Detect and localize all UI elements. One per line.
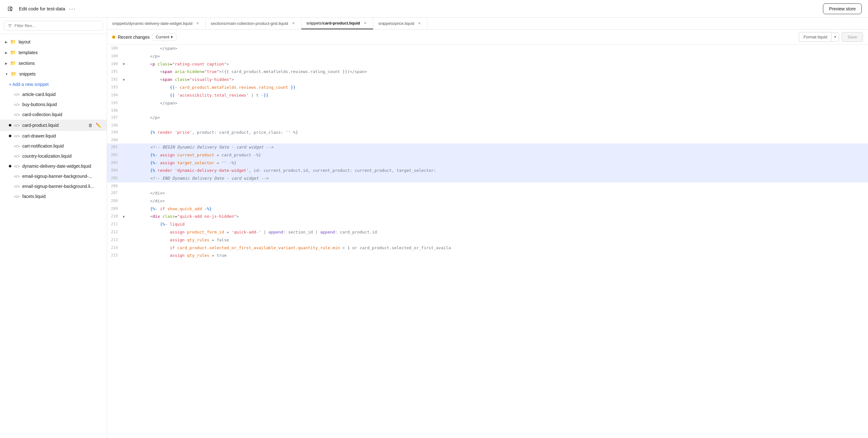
sidebar-item-email-signup-2[interactable]: </> email-signup-banner-background.li...	[0, 181, 107, 191]
code-line: 190▼ <p class="rating-count caption">	[107, 60, 868, 68]
sidebar-item-card-product[interactable]: </> card-product.liquid 🗑 ✏️	[0, 120, 107, 131]
line-number: 210	[107, 213, 123, 221]
line-number: 197	[107, 114, 123, 122]
back-button[interactable]	[6, 4, 15, 13]
line-number: 205	[107, 175, 123, 182]
snippet-label: country-localization.liquid	[22, 154, 71, 159]
tab-card-product[interactable]: snippets/card-product.liquid ✕	[301, 18, 374, 29]
line-arrow	[123, 244, 128, 252]
line-content: assign product_form_id = 'quick-add-' | …	[128, 229, 868, 236]
line-content: {{- card_product.metafields.reviews.rati…	[128, 84, 868, 92]
code-line: 210▼ <div class="quick-add no-js-hidden"…	[107, 213, 868, 221]
line-number: 194	[107, 92, 123, 99]
tab-close-button[interactable]: ✕	[417, 21, 422, 26]
tab-close-button[interactable]: ✕	[195, 21, 200, 26]
tab-price[interactable]: snippets/price.liquid ✕	[373, 18, 427, 29]
sidebar-item-article-card[interactable]: </> article-card.liquid	[0, 89, 107, 99]
code-line: 214 if card_product.selected_or_first_av…	[107, 244, 868, 252]
line-content: {%- liquid	[128, 221, 868, 229]
tab-dynamic-delivery[interactable]: snippets/dynamic-delivery-date-widget.li…	[107, 18, 206, 29]
line-number: 193	[107, 84, 123, 92]
code-line: 200	[107, 137, 868, 143]
line-arrow: ▼	[123, 213, 128, 221]
current-version-select[interactable]: Current ▾	[152, 33, 176, 41]
line-arrow: ▼	[123, 76, 128, 84]
line-content: {% render 'dynamic-delivery-date-widget'…	[128, 167, 868, 175]
tab-close-button[interactable]: ✕	[291, 21, 296, 26]
filter-input-container[interactable]	[4, 21, 103, 31]
code-line: 211 {%- liquid	[107, 221, 868, 229]
sidebar-item-cart-notification[interactable]: </> cart-notification.liquid	[0, 141, 107, 151]
line-arrow	[123, 99, 128, 107]
line-arrow	[123, 137, 128, 143]
line-arrow	[123, 107, 128, 114]
code-line: 207 </div>	[107, 190, 868, 197]
code-editor[interactable]: 188 </span>189 </p>190▼ <p class="rating…	[107, 45, 868, 438]
code-line: 188 </span>	[107, 45, 868, 53]
code-line: 208 </div>	[107, 197, 868, 205]
code-line: 213 assign qty_rules = false	[107, 236, 868, 244]
modified-dot	[9, 165, 11, 167]
chevron-right-icon: ▶	[5, 62, 7, 65]
sidebar-item-card-collection[interactable]: </> card-collection.liquid	[0, 109, 107, 120]
line-arrow	[123, 252, 128, 260]
snippet-label: card-collection.liquid	[22, 112, 62, 117]
line-content: if card_product.selected_or_first_availa…	[128, 244, 868, 252]
add-snippet-label: + Add a new snippet	[9, 82, 49, 87]
sidebar-item-cart-drawer[interactable]: </> cart-drawer.liquid	[0, 131, 107, 141]
line-arrow	[123, 221, 128, 229]
sidebar-filter-area	[0, 18, 107, 34]
line-arrow	[123, 197, 128, 205]
code-line: 195 </span>	[107, 99, 868, 107]
line-content: <span class="visually-hidden">	[128, 76, 868, 84]
line-number: 202	[107, 151, 123, 159]
line-content: </div>	[128, 190, 868, 197]
sidebar-item-country-localization[interactable]: </> country-localization.liquid	[0, 151, 107, 161]
edit-button[interactable]: ✏️	[95, 122, 102, 128]
more-options-button[interactable]: ···	[69, 5, 76, 12]
sidebar-item-buy-buttons[interactable]: </> buy-buttons.liquid	[0, 99, 107, 109]
sidebar-item-templates[interactable]: ▶ 📁 templates	[0, 47, 107, 58]
line-arrow	[123, 229, 128, 236]
line-number: 201	[107, 143, 123, 151]
line-content: <span aria-hidden="true">({{ card_produc…	[128, 68, 868, 76]
code-line: 192▼ <span class="visually-hidden">	[107, 76, 868, 84]
tab-close-button[interactable]: ✕	[363, 21, 368, 26]
line-number: 188	[107, 45, 123, 53]
sidebar-item-snippets[interactable]: ▼ 📁 snippets	[0, 69, 107, 79]
sidebar-item-email-signup-1[interactable]: </> email-signup-banner-background-...	[0, 171, 107, 181]
code-icon: </>	[14, 184, 20, 189]
sidebar-item-sections[interactable]: ▶ 📁 sections	[0, 58, 107, 69]
line-number: 191	[107, 68, 123, 76]
line-content: assign qty_rules = true	[128, 252, 868, 260]
code-icon: </>	[14, 164, 20, 169]
add-snippet-button[interactable]: + Add a new snippet	[0, 79, 107, 89]
line-arrow	[123, 129, 128, 137]
sidebar-item-dynamic-delivery[interactable]: </> dynamic-delivery-date-widget.liquid	[0, 161, 107, 171]
editor-tabs: snippets/dynamic-delivery-date-widget.li…	[107, 18, 868, 30]
code-line: 205 <!-- END Dynamic Delivery Date - car…	[107, 175, 868, 182]
format-dropdown-button[interactable]: ▾	[832, 32, 839, 41]
delete-button[interactable]: 🗑	[88, 122, 93, 128]
line-content: <p class="rating-count caption">	[128, 60, 868, 68]
sidebar-item-facets[interactable]: </> facets.liquid	[0, 191, 107, 201]
save-button[interactable]: Save	[841, 32, 863, 42]
code-icon: </>	[14, 112, 20, 117]
tab-label: snippets/card-product.liquid	[306, 21, 360, 26]
line-arrow	[123, 84, 128, 92]
current-version-label: Current	[156, 35, 169, 39]
line-number: 211	[107, 221, 123, 229]
search-input[interactable]	[14, 23, 99, 28]
recent-changes: Recent changes Current ▾	[112, 33, 176, 41]
code-line: 206	[107, 182, 868, 190]
format-liquid-button[interactable]: Format liquid	[799, 32, 832, 42]
code-line: 189 </p>	[107, 53, 868, 60]
line-number: 198	[107, 122, 123, 129]
editor-area: snippets/dynamic-delivery-date-widget.li…	[107, 18, 868, 438]
sidebar-item-layout[interactable]: ▶ 📁 layout	[0, 36, 107, 47]
format-liquid-group: Format liquid ▾	[799, 32, 839, 42]
line-arrow	[123, 167, 128, 175]
tab-main-collection[interactable]: sections/main-collection-product-grid.li…	[206, 18, 301, 29]
preview-store-button[interactable]: Preview store	[823, 3, 862, 14]
line-arrow	[123, 190, 128, 197]
